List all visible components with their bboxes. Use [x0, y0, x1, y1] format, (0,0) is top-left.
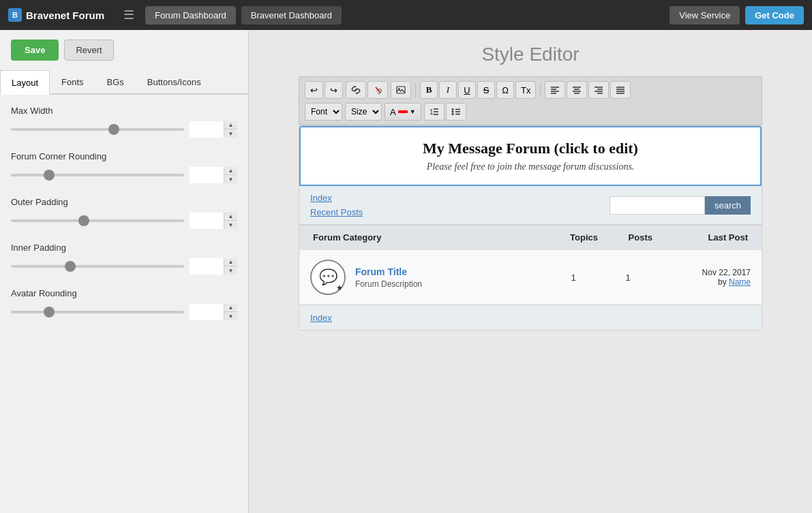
avatar-rounding-down[interactable]: ▼ — [224, 312, 237, 320]
inner-padding-down[interactable]: ▼ — [224, 266, 237, 275]
corner-rounding-control: Forum Corner Rounding 4 ▲ ▼ — [11, 151, 237, 183]
outer-padding-up[interactable]: ▲ — [224, 213, 237, 221]
redo-button[interactable]: ↪ — [325, 81, 343, 99]
toolbar-format-group: B I U S Ω Tx — [420, 81, 536, 99]
outer-padding-number: 25 ▲ ▼ — [190, 213, 237, 229]
link-button[interactable] — [346, 81, 366, 99]
toolbar-history-group: ↩ ↪ — [305, 81, 343, 99]
get-code-button[interactable]: Get Code — [745, 6, 804, 25]
bold-button[interactable]: B — [420, 81, 438, 99]
topnav: B Bravenet Forum ☰ Forum Dashboard Brave… — [0, 0, 812, 30]
main-layout: Save Revert Layout Fonts BGs Buttons/Ico… — [0, 30, 812, 513]
avatar-rounding-up[interactable]: ▲ — [224, 304, 237, 312]
outer-padding-input[interactable]: 25 — [190, 213, 224, 229]
unlink-button[interactable] — [367, 81, 388, 99]
revert-button[interactable]: Revert — [64, 40, 113, 61]
row-topics: 1 — [546, 273, 601, 283]
corner-rounding-slider[interactable] — [11, 174, 184, 176]
save-button[interactable]: Save — [11, 40, 59, 61]
strikethrough-button[interactable]: S — [477, 81, 495, 99]
corner-rounding-row: 4 ▲ ▼ — [11, 167, 237, 183]
max-width-up[interactable]: ▲ — [224, 121, 237, 129]
underline-button[interactable]: U — [458, 81, 476, 99]
avatar-rounding-spin: ▲ ▼ — [224, 304, 237, 320]
style-editor-title: Style Editor — [262, 44, 798, 65]
footer-index-link[interactable]: Index — [310, 313, 332, 323]
forum-preview: My Message Forum (click to edit) Please … — [299, 125, 762, 330]
italic-button[interactable]: I — [439, 81, 457, 99]
last-post-by: by Name — [655, 277, 751, 287]
tab-bgs[interactable]: BGs — [95, 70, 136, 93]
forum-dashboard-button[interactable]: Forum Dashboard — [145, 6, 236, 25]
index-link[interactable]: Index — [310, 193, 363, 203]
max-width-number: 1200 ▲ ▼ — [190, 121, 237, 138]
corner-rounding-down[interactable]: ▼ — [224, 175, 237, 183]
forum-description: Forum Description — [355, 279, 422, 289]
avatar-rounding-input[interactable]: 4 — [190, 304, 224, 320]
clear-format-button[interactable]: Tx — [515, 81, 536, 99]
recent-posts-link[interactable]: Recent Posts — [310, 207, 363, 217]
forum-nav-bar: Index Recent Posts search — [299, 186, 762, 225]
omega-button[interactable]: Ω — [496, 81, 514, 99]
corner-rounding-input[interactable]: 4 — [190, 167, 224, 183]
search-input[interactable] — [610, 196, 705, 215]
tabs: Layout Fonts BGs Buttons/Icons — [0, 70, 248, 95]
corner-rounding-label: Forum Corner Rounding — [11, 151, 237, 161]
editor-toolbar: ↩ ↪ B I U S Ω — [299, 76, 762, 125]
view-service-button[interactable]: View Service — [670, 6, 740, 25]
last-post-name[interactable]: Name — [729, 277, 751, 287]
image-button[interactable] — [391, 81, 411, 99]
forum-table: Forum Category Topics Posts Last Post 💬 … — [299, 225, 762, 305]
forum-header-edit[interactable]: My Message Forum (click to edit) Please … — [299, 126, 762, 186]
inner-padding-row: 20 ▲ ▼ — [11, 258, 237, 275]
toolbar-list-group: 1. — [424, 103, 466, 121]
max-width-slider[interactable] — [11, 128, 184, 131]
inner-padding-input[interactable]: 20 — [190, 258, 224, 275]
outer-padding-down[interactable]: ▼ — [224, 221, 237, 229]
color-button[interactable]: A ▼ — [385, 103, 421, 121]
tab-fonts[interactable]: Fonts — [50, 70, 95, 93]
avatar-rounding-label: Avatar Rounding — [11, 288, 237, 298]
ordered-list-button[interactable]: 1. — [424, 103, 445, 121]
align-right-button[interactable] — [588, 81, 609, 99]
size-select[interactable]: Size — [345, 103, 382, 121]
col-topics: Topics — [546, 232, 601, 243]
brand-name: Bravenet Forum — [26, 10, 104, 21]
col-last-post: Last Post — [655, 232, 751, 243]
unordered-list-button[interactable] — [446, 103, 466, 121]
align-justify-button[interactable] — [610, 81, 631, 99]
col-category: Forum Category — [310, 232, 546, 243]
max-width-row: 1200 ▲ ▼ — [11, 121, 237, 138]
toolbar-link-group — [346, 81, 388, 99]
avatar-rounding-control: Avatar Rounding 4 ▲ ▼ — [11, 288, 237, 320]
sidebar-actions: Save Revert — [0, 30, 248, 70]
align-left-button[interactable] — [545, 81, 565, 99]
toolbar-image-group — [391, 81, 411, 99]
sidebar: Save Revert Layout Fonts BGs Buttons/Ico… — [0, 30, 249, 513]
tab-buttons-icons[interactable]: Buttons/Icons — [136, 70, 213, 93]
hamburger-button[interactable]: ☰ — [118, 7, 140, 22]
max-width-control: Max Width 1200 ▲ ▼ — [11, 106, 237, 138]
max-width-input[interactable]: 1200 — [190, 121, 224, 138]
forum-subtitle: Please feel free to join the message for… — [313, 161, 748, 172]
max-width-down[interactable]: ▼ — [224, 129, 237, 138]
inner-padding-slider[interactable] — [11, 265, 184, 268]
inner-padding-label: Inner Padding — [11, 243, 237, 253]
font-select[interactable]: Font — [305, 103, 342, 121]
row-posts: 1 — [601, 273, 655, 283]
tab-layout[interactable]: Layout — [0, 70, 50, 95]
inner-padding-up[interactable]: ▲ — [224, 258, 237, 266]
forum-title-link[interactable]: Forum Title — [355, 266, 407, 277]
avatar-rounding-slider[interactable] — [11, 311, 184, 313]
align-center-button[interactable] — [567, 81, 587, 99]
search-button[interactable]: search — [705, 196, 751, 215]
undo-button[interactable]: ↩ — [305, 81, 323, 99]
outer-padding-spin: ▲ ▼ — [224, 213, 237, 229]
table-row: 💬 ★ Forum Title Forum Description 1 1 No… — [299, 249, 762, 305]
corner-rounding-up[interactable]: ▲ — [224, 167, 237, 175]
toolbar-sep-1 — [415, 83, 416, 97]
outer-padding-slider[interactable] — [11, 219, 184, 222]
bravenet-dashboard-button[interactable]: Bravenet Dashboard — [241, 6, 342, 25]
row-info: 💬 ★ Forum Title Forum Description — [310, 260, 546, 295]
inner-padding-control: Inner Padding 20 ▲ ▼ — [11, 243, 237, 275]
